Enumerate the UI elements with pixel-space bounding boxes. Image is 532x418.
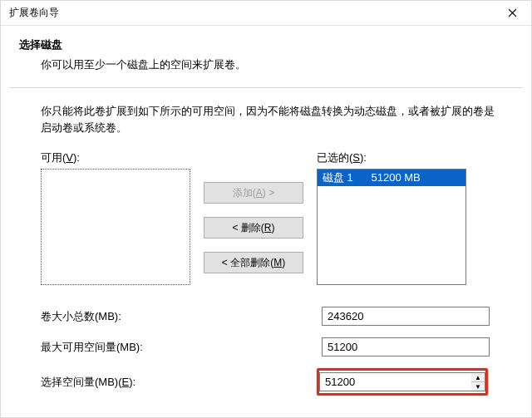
disk-columns: 可用(V): 添加(A) > < 删除(R) < 全部删除(M) xyxy=(41,150,505,285)
available-column: 可用(V): xyxy=(41,150,190,285)
available-listbox[interactable] xyxy=(41,169,190,285)
titlebar: 扩展卷向导 xyxy=(1,1,531,26)
total-size-row: 卷大小总数(MB): 243620 xyxy=(41,307,505,326)
choose-size-row: 选择空间量(MB)(E): 51200 ▲ ▼ xyxy=(41,368,505,396)
note-text: 你只能将此卷扩展到如下所示的可用空间，因为不能将磁盘转换为动态磁盘，或者被扩展的… xyxy=(41,103,505,135)
body: 你只能将此卷扩展到如下所示的可用空间，因为不能将磁盘转换为动态磁盘，或者被扩展的… xyxy=(1,88,531,396)
window-title: 扩展卷向导 xyxy=(9,6,59,20)
remove-all-button[interactable]: < 全部删除(M) xyxy=(204,252,303,273)
close-icon xyxy=(508,8,517,17)
available-label: 可用(V): xyxy=(41,150,190,165)
spinner-down[interactable]: ▼ xyxy=(471,382,485,391)
choose-size-highlight: 51200 ▲ ▼ xyxy=(317,368,488,396)
selected-listbox[interactable]: 磁盘 1 51200 MB xyxy=(317,169,466,285)
spinner-buttons: ▲ ▼ xyxy=(471,372,485,391)
max-size-value: 51200 xyxy=(322,337,490,357)
add-button[interactable]: 添加(A) > xyxy=(204,182,303,204)
max-size-row: 最大可用空间量(MB): 51200 xyxy=(41,337,505,357)
choose-size-label: 选择空间量(MB)(E): xyxy=(41,375,317,390)
wizard-window: 扩展卷向导 选择磁盘 你可以用至少一个磁盘上的空间来扩展卷。 你只能将此卷扩展到… xyxy=(0,0,532,418)
list-item[interactable]: 磁盘 1 51200 MB xyxy=(318,170,466,186)
page-subtext: 你可以用至少一个磁盘上的空间来扩展卷。 xyxy=(19,57,513,72)
remove-button[interactable]: < 删除(R) xyxy=(204,217,303,239)
max-size-label: 最大可用空间量(MB): xyxy=(41,340,322,355)
size-fields: 卷大小总数(MB): 243620 最大可用空间量(MB): 51200 选择空… xyxy=(41,307,505,396)
page-heading: 选择磁盘 xyxy=(19,37,513,52)
transfer-buttons: 添加(A) > < 删除(R) < 全部删除(M) xyxy=(204,150,303,273)
wizard-header: 选择磁盘 你可以用至少一个磁盘上的空间来扩展卷。 xyxy=(1,26,531,81)
total-size-label: 卷大小总数(MB): xyxy=(41,309,322,324)
selected-label: 已选的(S): xyxy=(317,150,483,165)
spinner-up[interactable]: ▲ xyxy=(471,373,485,382)
close-button[interactable] xyxy=(494,1,531,26)
choose-size-input[interactable]: 51200 xyxy=(319,372,471,391)
selected-column: 已选的(S): 磁盘 1 51200 MB xyxy=(317,150,483,285)
total-size-value: 243620 xyxy=(322,307,490,326)
